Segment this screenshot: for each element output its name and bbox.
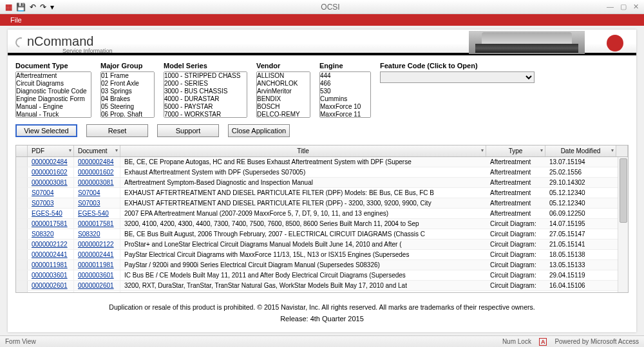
row-selector[interactable]	[16, 157, 28, 167]
reset-button[interactable]: Reset	[86, 124, 148, 137]
table-row[interactable]: 00000025290000002529TerraStar Electrical…	[16, 291, 628, 292]
table-row[interactable]: 00000119810000011981PayStar / 9200i and …	[16, 260, 628, 270]
pdf-link[interactable]: 0000003081	[28, 178, 74, 187]
row-selector[interactable]	[16, 219, 28, 229]
app-icon[interactable]: ▦	[5, 3, 12, 12]
table-row[interactable]: S08320S08320BE, CE Bus Built August, 200…	[16, 229, 628, 239]
document-link[interactable]: 0000003601	[74, 270, 120, 280]
row-title: ProStar+ and LoneStar Electrical Circuit…	[120, 239, 486, 249]
row-type: Circuit Diagram:	[486, 291, 545, 292]
document-link[interactable]: 0000003081	[74, 178, 120, 187]
pdf-link[interactable]: S07003	[28, 198, 74, 208]
date-column-header[interactable]: Date Modified	[545, 145, 616, 156]
major-group-select[interactable]: 01 Frame02 Front Axle03 Springs04 Brakes…	[100, 71, 155, 118]
row-type: Aftertreatment	[486, 178, 545, 187]
row-selector[interactable]	[16, 209, 28, 218]
table-row[interactable]: 00000030810000003081Aftertreatment Sympt…	[16, 178, 628, 188]
pdf-link[interactable]: 0000002529	[28, 291, 74, 292]
document-link[interactable]: 0000002122	[74, 239, 120, 249]
scrollbar-thumb[interactable]	[620, 158, 627, 223]
pdf-link[interactable]: 0000002122	[28, 239, 74, 249]
document-link[interactable]: 0000002441	[74, 250, 120, 259]
pdf-link[interactable]: 0000002601	[28, 281, 74, 290]
feature-code-select[interactable]	[380, 71, 535, 83]
engine-select[interactable]: 444466530CumminsMaxxForce 10MaxxForce 11	[319, 71, 371, 118]
quick-access-toolbar: ▦ 💾 ↶ ↷ ▾	[5, 3, 54, 12]
table-row[interactable]: 00000021220000002122ProStar+ and LoneSta…	[16, 239, 628, 250]
file-tab[interactable]: File	[4, 15, 28, 25]
row-title: TerraStar Electrical Circuit Diagrams (S…	[120, 291, 486, 292]
document-link[interactable]: 0000011981	[74, 260, 120, 270]
table-row[interactable]: 000001758100000175813200, 4100, 4200, 43…	[16, 219, 628, 229]
document-link[interactable]: S08320	[74, 229, 120, 239]
grid-scrollbar[interactable]	[618, 157, 628, 292]
document-link[interactable]: 0000002529	[74, 291, 120, 292]
table-row[interactable]: 000000260100000026013200, RXT, DuraStar,…	[16, 281, 628, 291]
row-selector[interactable]	[16, 270, 28, 280]
pdf-link[interactable]: S08320	[28, 229, 74, 239]
banner: nCommand Service Information	[8, 30, 636, 55]
row-selector[interactable]	[16, 198, 28, 208]
document-link[interactable]: 0000002601	[74, 281, 120, 290]
save-icon[interactable]: 💾	[16, 3, 26, 12]
vendor-select[interactable]: ALLISONANCHORLOKArvinMeritorBENDIXBOSCHD…	[256, 71, 310, 118]
close-button[interactable]: ✕	[633, 3, 639, 11]
model-series-select[interactable]: 1000 - STRIPPED CHASS2000 - SERIES3000 -…	[164, 71, 247, 118]
maximize-button[interactable]: ▢	[620, 3, 627, 11]
pdf-link[interactable]: 0000002441	[28, 250, 74, 259]
document-link[interactable]: EGES-540	[74, 209, 120, 218]
select-column-header[interactable]	[16, 145, 28, 156]
row-selector[interactable]	[16, 250, 28, 259]
row-selector[interactable]	[16, 260, 28, 270]
document-column-header[interactable]: Document	[74, 145, 120, 156]
document-link[interactable]: 0000001602	[74, 167, 120, 177]
table-row[interactable]: S07004S07004EXHAUST AFTERTREATMENT AND D…	[16, 188, 628, 198]
table-row[interactable]: S07003S07003EXHAUST AFTERTREATMENT AND D…	[16, 198, 628, 209]
row-title: 3200, 4100, 4200, 4300, 4400, 7300, 7400…	[120, 219, 486, 229]
row-selector[interactable]	[16, 229, 28, 239]
document-link[interactable]: 0000002484	[74, 157, 120, 167]
table-row[interactable]: 00000024840000002484BE, CE, CE Propane A…	[16, 157, 628, 167]
pdf-link[interactable]: 0000011981	[28, 260, 74, 270]
row-date: 13.07.15194	[545, 157, 616, 167]
view-selected-button[interactable]: View Selected	[15, 124, 77, 137]
row-type: Aftertreatment	[486, 157, 545, 167]
table-row[interactable]: 00000036010000003601IC Bus BE / CE Model…	[16, 270, 628, 281]
row-selector[interactable]	[16, 239, 28, 249]
table-row[interactable]: 00000016020000001602Exhaust Aftertreatme…	[16, 167, 628, 178]
row-title: EXHAUST AFTERTREATMENT AND DIESEL PARTIC…	[120, 188, 486, 198]
document-type-select[interactable]: AftertreatmentCircuit DiagramsDiagnostic…	[15, 71, 91, 118]
row-type: Circuit Diagram:	[486, 260, 545, 270]
table-row[interactable]: 00000024410000002441PayStar Electrical C…	[16, 250, 628, 260]
pdf-link[interactable]: 0000017581	[28, 219, 74, 229]
pdf-link[interactable]: EGES-540	[28, 209, 74, 218]
document-link[interactable]: S07003	[74, 198, 120, 208]
row-selector[interactable]	[16, 178, 28, 187]
row-type: Circuit Diagram:	[486, 270, 545, 280]
pdf-link[interactable]: 0000001602	[28, 167, 74, 177]
row-selector[interactable]	[16, 167, 28, 177]
support-button[interactable]: Support	[157, 124, 219, 137]
row-title: Aftertreatment Symptom-Based Diagnostic …	[120, 178, 486, 187]
row-date: 16.04.15106	[545, 281, 616, 290]
redo-icon[interactable]: ↷	[40, 3, 46, 12]
row-selector[interactable]	[16, 281, 28, 290]
major-group-label: Major Group	[100, 62, 155, 70]
row-title: BE, CE, CE Propane Autogas, HC and RE Bu…	[120, 157, 486, 167]
undo-icon[interactable]: ↶	[30, 3, 36, 12]
title-column-header[interactable]: Title	[120, 145, 486, 156]
minimize-button[interactable]: —	[607, 3, 614, 11]
document-link[interactable]: 0000017581	[74, 219, 120, 229]
close-application-button[interactable]: Close Application	[228, 124, 290, 137]
pdf-link[interactable]: 0000002484	[28, 157, 74, 167]
pdf-column-header[interactable]: PDF	[28, 145, 74, 156]
pdf-link[interactable]: 0000003601	[28, 270, 74, 280]
type-column-header[interactable]: Type	[486, 145, 545, 156]
row-selector[interactable]	[16, 188, 28, 198]
document-link[interactable]: S07004	[74, 188, 120, 198]
row-selector[interactable]	[16, 291, 28, 292]
table-row[interactable]: EGES-540EGES-5402007 EPA Aftertreatment …	[16, 209, 628, 219]
pdf-link[interactable]: S07004	[28, 188, 74, 198]
row-title: IC Bus BE / CE Models Built May 11, 2011…	[120, 270, 486, 280]
row-type: Aftertreatment	[486, 167, 545, 177]
